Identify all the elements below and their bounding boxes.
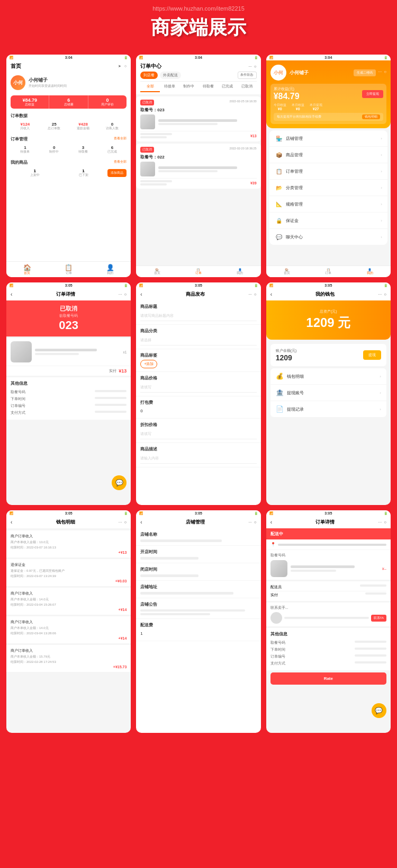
more-icon-3[interactable]: ··· xyxy=(378,69,382,76)
detail-row-payment: 支付方式 xyxy=(11,410,127,417)
product-info-2 xyxy=(158,166,256,172)
withdraw-button[interactable]: 立即提现 xyxy=(362,90,383,98)
float-chat-btn-9[interactable]: 💬 xyxy=(372,703,386,718)
more-icon[interactable]: ··· xyxy=(248,64,252,69)
wallet-hero: 总资产(元) 1209 元 xyxy=(266,300,391,340)
contact-seller-btn[interactable]: 联系TA xyxy=(371,615,386,622)
bn3-home[interactable]: 🏠首页 xyxy=(266,266,308,277)
close-icon-4[interactable]: ○ xyxy=(124,292,127,297)
field-category: 商品分类 请选择 xyxy=(136,325,260,349)
menu-products[interactable]: 📦 商品管理 › xyxy=(269,147,387,163)
wallet-detail-list: 商户订单收入 商户本单收入金额：13.0元 结算时间：2022-03-07 16… xyxy=(6,528,131,676)
location-icon[interactable]: ➤ xyxy=(118,64,121,68)
tab-dine-in[interactable]: 到店餐 xyxy=(140,72,158,79)
close-icon-9[interactable]: ○ xyxy=(384,520,386,525)
bottom-nav-orders[interactable]: 📋 订单 xyxy=(48,262,89,277)
orderid-blur-2 xyxy=(140,183,167,185)
more-icon-7[interactable]: ··· xyxy=(119,520,122,525)
today-earnings: 今日收益 ¥0 xyxy=(274,103,286,111)
menu-categories[interactable]: 📂 分类管理 › xyxy=(269,180,387,196)
bottom-nav-2-orders[interactable]: 📋 订单 xyxy=(178,266,219,277)
tab-pending[interactable]: 待接单 xyxy=(160,82,179,92)
back-btn-5[interactable]: ‹ xyxy=(140,291,142,297)
rate-button[interactable]: Rate xyxy=(270,672,386,685)
more-icon-4[interactable]: ··· xyxy=(119,292,122,297)
tab-delivery[interactable]: 外卖配送 xyxy=(160,72,181,79)
tab-all[interactable]: 全部 xyxy=(140,82,160,92)
tab-done[interactable]: 已完成 xyxy=(218,82,238,92)
category-input[interactable]: 请选择 xyxy=(140,335,256,346)
tab-cancelled[interactable]: 已取消 xyxy=(237,82,257,92)
back-btn-8[interactable]: ‹ xyxy=(140,519,142,525)
wdi-1-amount: +¥13 xyxy=(11,551,127,554)
menu-orders[interactable]: 📋 订单管理 › xyxy=(269,163,387,180)
orderid-blur-1 xyxy=(140,136,167,138)
back-btn-4[interactable]: ‹ xyxy=(11,291,12,297)
signal-9: 📶 xyxy=(269,511,273,515)
records-icon: 📄 xyxy=(276,405,284,413)
bottom-nav-mine[interactable]: 👤 我的 xyxy=(89,262,131,277)
delivery-tabs: 到店餐 外卖配送 条件筛选· xyxy=(140,72,256,79)
close-icon-3[interactable]: ○ xyxy=(384,69,386,76)
wdi-1-row1: 商户订单收入 xyxy=(11,534,127,539)
more-icon-6[interactable]: ··· xyxy=(378,292,382,297)
add-tag-button[interactable]: +添加 xyxy=(140,360,157,368)
battery-6: 🔋 xyxy=(384,284,387,287)
title-input[interactable]: 请填写商品标题内容 xyxy=(140,311,256,321)
product-online: 1 上架中 xyxy=(11,169,59,177)
wdi-3: 商户订单收入 商户本单收入金额：14.0元 结算时间：2022-03-04 15… xyxy=(6,588,131,615)
wallet-balance-row: 账户余额(元) 1209 提现 xyxy=(270,344,386,366)
bottom-nav-2-mine[interactable]: 👤 我的 xyxy=(219,266,260,277)
detail-status-subtitle: 欲取餐号码 xyxy=(11,314,127,318)
back-btn-9[interactable]: ‹ xyxy=(270,519,272,525)
filter-button[interactable]: 条件筛选· xyxy=(238,72,257,79)
more-icon-8[interactable]: ··· xyxy=(248,520,252,525)
bottom-nav-home[interactable]: 🏠 首页 xyxy=(6,262,48,277)
chevron-7: › xyxy=(381,235,382,240)
qr-button[interactable]: 生成二维码 xyxy=(354,69,376,76)
screen-home: 📶 3:04 🔋 首页 ➤ ○ 小何 小何铺子 开始时间享受该该时间时间 ¥84… xyxy=(6,55,131,277)
chat-icon: 💬 xyxy=(275,233,283,241)
close-icon-7[interactable]: ○ xyxy=(124,520,127,525)
wallet-menu-detail[interactable]: 💰 钱包明细 › xyxy=(270,368,386,385)
close-icon-8[interactable]: ○ xyxy=(254,520,257,525)
packaging-label: 打包费 xyxy=(140,400,256,405)
view-all-orders[interactable]: 查看全部 xyxy=(114,136,127,142)
menu-shop[interactable]: 🏪 店铺管理 › xyxy=(269,130,387,147)
tab-ready[interactable]: 待取餐 xyxy=(198,82,218,92)
time-5: 3:05 xyxy=(195,284,202,287)
bn3-orders[interactable]: 📋订单 xyxy=(308,266,349,277)
bottom-nav-2-home[interactable]: 🏠 首页 xyxy=(136,266,177,277)
order-manage-title: 订单管理 xyxy=(11,136,28,142)
desc-input[interactable]: 请输入内容 xyxy=(140,454,256,464)
tab-making[interactable]: 制作中 xyxy=(179,82,198,92)
delivering-thumb xyxy=(270,560,287,577)
view-all-products[interactable]: 查看全部 xyxy=(114,160,127,165)
close-icon-6[interactable]: ○ xyxy=(384,292,386,297)
wallet-detail-btn[interactable]: 钱包明细 xyxy=(362,114,380,119)
wallet-menu-records[interactable]: 📄 提现记录 › xyxy=(270,401,386,417)
float-chat-button[interactable]: 💬 xyxy=(112,475,127,490)
back-btn-7[interactable]: ‹ xyxy=(11,519,12,525)
detail-prod-spec xyxy=(35,353,79,355)
wallet-withdraw-button[interactable]: 提现 xyxy=(363,350,381,360)
menu-deposit[interactable]: 🔒 保证金 › xyxy=(269,212,387,229)
bn3-mine[interactable]: 👤我的 xyxy=(349,266,391,277)
delivery-man-row: 配送员 xyxy=(270,583,386,591)
price-input[interactable]: 请填写 xyxy=(140,383,256,393)
chevron-5: › xyxy=(381,202,382,207)
close-icon-5[interactable]: ○ xyxy=(254,292,257,297)
more-icon-9[interactable]: ··· xyxy=(378,520,382,525)
add-product-button[interactable]: 添加商品 xyxy=(107,169,127,177)
menu-chat[interactable]: 💬 聊天中心 › xyxy=(269,229,387,245)
settings-icon[interactable]: ○ xyxy=(124,64,127,68)
discount-input[interactable]: 请填写 xyxy=(140,429,256,439)
signal-6: 📶 xyxy=(269,284,273,287)
more-icon-5[interactable]: ··· xyxy=(248,292,252,297)
wallet-menu-account[interactable]: 🏦 提现账号 › xyxy=(270,385,386,401)
menu-specs[interactable]: 📐 规格管理 › xyxy=(269,196,387,212)
shop-notice-value2 xyxy=(140,613,210,615)
back-btn-6[interactable]: ‹ xyxy=(270,291,272,297)
close-icon[interactable]: ○ xyxy=(254,64,257,69)
delivery-fee-value: 1 xyxy=(140,630,256,637)
